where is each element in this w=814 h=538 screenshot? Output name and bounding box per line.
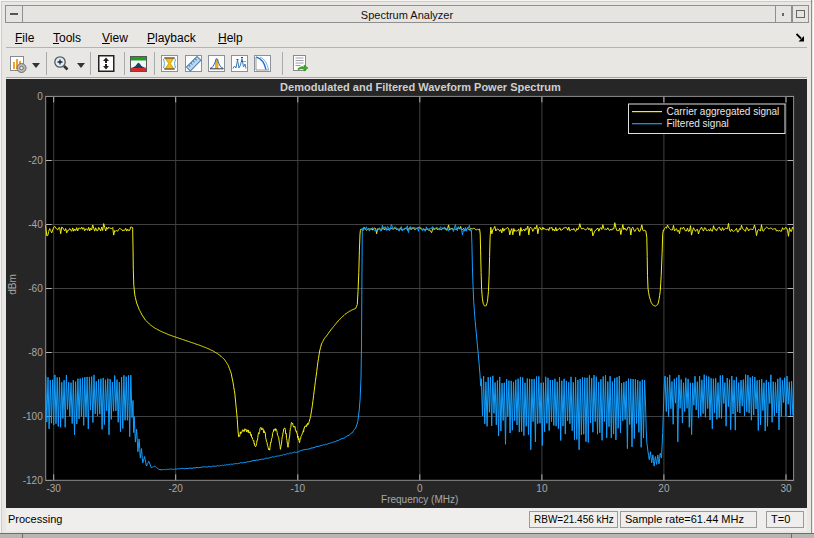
svg-text:30: 30 <box>780 483 792 494</box>
svg-text:Carrier aggregated signal: Carrier aggregated signal <box>667 106 780 117</box>
svg-text:-80: -80 <box>28 347 43 358</box>
svg-text:dBm: dBm <box>7 274 18 295</box>
svg-text:20: 20 <box>658 483 670 494</box>
svg-text:-30: -30 <box>46 483 61 494</box>
svg-text:-60: -60 <box>28 283 43 294</box>
svg-text:Frequency (MHz): Frequency (MHz) <box>381 494 458 505</box>
svg-text:-120: -120 <box>23 475 43 486</box>
svg-text:-20: -20 <box>28 155 43 166</box>
svg-text:-100: -100 <box>23 411 43 422</box>
svg-text:10: 10 <box>536 483 548 494</box>
svg-text:0: 0 <box>37 91 43 102</box>
svg-text:0: 0 <box>417 483 423 494</box>
svg-text:Demodulated and Filtered Wavef: Demodulated and Filtered Waveform Power … <box>280 81 561 93</box>
svg-text:-40: -40 <box>28 219 43 230</box>
svg-text:-10: -10 <box>291 483 306 494</box>
svg-text:Filtered signal: Filtered signal <box>667 118 729 129</box>
svg-text:-20: -20 <box>168 483 183 494</box>
